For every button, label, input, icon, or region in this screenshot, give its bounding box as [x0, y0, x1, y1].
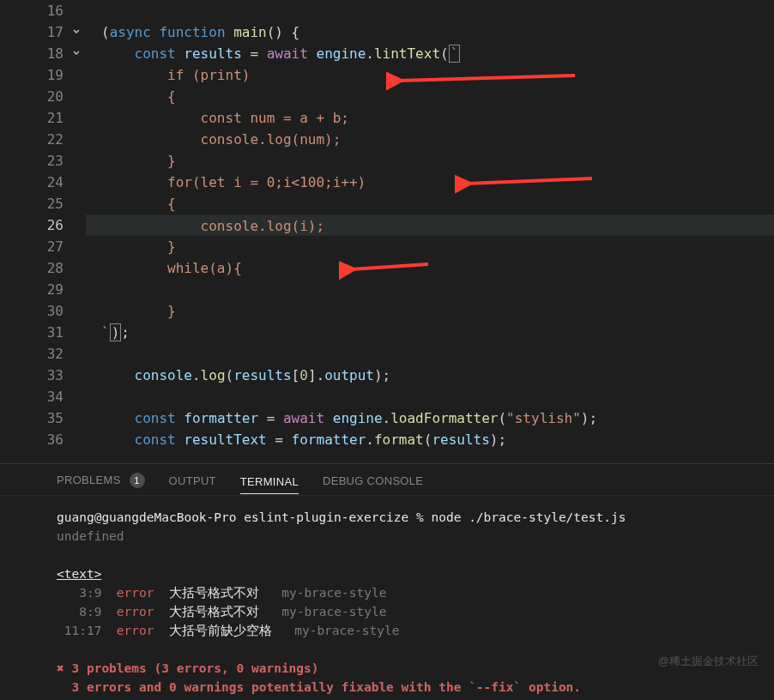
line-number: 17	[0, 21, 63, 43]
line-number: 35	[0, 407, 63, 429]
panel-tabs: PROBLEMS 1 OUTPUT TERMINAL DEBUG CONSOLE	[0, 464, 774, 496]
line-number: 30	[0, 300, 63, 322]
line-number: 27	[0, 236, 63, 257]
code-content[interactable]: (async function main() { const results =…	[86, 0, 774, 463]
code-line[interactable]: console.log(i);	[86, 214, 774, 236]
line-number: 16	[0, 0, 63, 21]
code-line[interactable]: console.log(num);	[86, 129, 774, 150]
line-number: 34	[0, 386, 63, 407]
code-line[interactable]: const resultText = formatter.format(resu…	[86, 429, 774, 450]
fold-chevron-icon[interactable]	[70, 26, 82, 38]
code-editor[interactable]: 1617181920212223242526272829303132333435…	[0, 0, 774, 463]
watermark: @稀土掘金技术社区	[658, 654, 759, 669]
code-line[interactable]	[86, 0, 774, 21]
tab-debug-console[interactable]: DEBUG CONSOLE	[323, 474, 423, 487]
code-line[interactable]	[86, 386, 774, 407]
line-number: 21	[0, 107, 63, 129]
line-number: 32	[0, 343, 63, 365]
code-line[interactable]: const formatter = await engine.loadForma…	[86, 407, 774, 429]
line-number: 33	[0, 365, 63, 386]
line-number: 24	[0, 172, 63, 193]
code-line[interactable]: {	[86, 193, 774, 214]
line-number: 29	[0, 279, 63, 300]
line-number: 36	[0, 429, 63, 450]
terminal-error-row: 11:17 error 大括号前缺少空格 my-brace-style	[57, 621, 759, 640]
tab-problems[interactable]: PROBLEMS 1	[57, 473, 145, 488]
code-line[interactable]: }	[86, 300, 774, 322]
code-line[interactable]: {	[86, 86, 774, 107]
terminal-cmd: guang@guangdeMacBook-Pro eslint-plugin-e…	[57, 508, 759, 527]
line-number: 23	[0, 150, 63, 172]
code-line[interactable]: }	[86, 236, 774, 257]
code-line[interactable]: for(let i = 0;i<100;i++)	[86, 172, 774, 193]
code-line[interactable]: (async function main() {	[86, 21, 774, 43]
line-number: 18	[0, 43, 63, 64]
line-number: 26	[0, 214, 63, 236]
fold-chevron-icon[interactable]	[70, 47, 82, 59]
code-line[interactable]: }	[86, 150, 774, 172]
line-number: 31	[0, 322, 63, 343]
code-line[interactable]	[86, 279, 774, 300]
code-line[interactable]: while(a){	[86, 257, 774, 279]
terminal-error-row: 3:9 error 大括号格式不对 my-brace-style	[57, 583, 759, 602]
terminal-heading: <text>	[57, 564, 759, 583]
terminal-summary-1: ✖ 3 problems (3 errors, 0 warnings)	[57, 659, 759, 678]
line-number: 25	[0, 193, 63, 214]
code-line[interactable]: `);	[86, 322, 774, 343]
line-number: 22	[0, 129, 63, 150]
tab-terminal[interactable]: TERMINAL	[240, 475, 299, 494]
code-line[interactable]	[86, 343, 774, 365]
code-line[interactable]: const num = a + b;	[86, 107, 774, 129]
line-number: 28	[0, 257, 63, 279]
problems-badge: 1	[130, 473, 145, 488]
terminal-error-row: 8:9 error 大括号格式不对 my-brace-style	[57, 602, 759, 621]
code-line[interactable]: const results = await engine.lintText(`	[86, 43, 774, 64]
code-line[interactable]: if (print)	[86, 64, 774, 86]
terminal-errors: 3:9 error 大括号格式不对 my-brace-style 8:9 err…	[57, 583, 759, 640]
tab-output[interactable]: OUTPUT	[169, 474, 216, 487]
line-number-gutter: 1617181920212223242526272829303132333435…	[0, 0, 86, 463]
line-number: 20	[0, 86, 63, 107]
line-number: 19	[0, 64, 63, 86]
terminal-summary-2: 3 errors and 0 warnings potentially fixa…	[57, 678, 759, 697]
tab-problems-label: PROBLEMS	[57, 474, 121, 486]
terminal-undefined: undefined	[57, 527, 759, 546]
code-line[interactable]: console.log(results[0].output);	[86, 365, 774, 386]
